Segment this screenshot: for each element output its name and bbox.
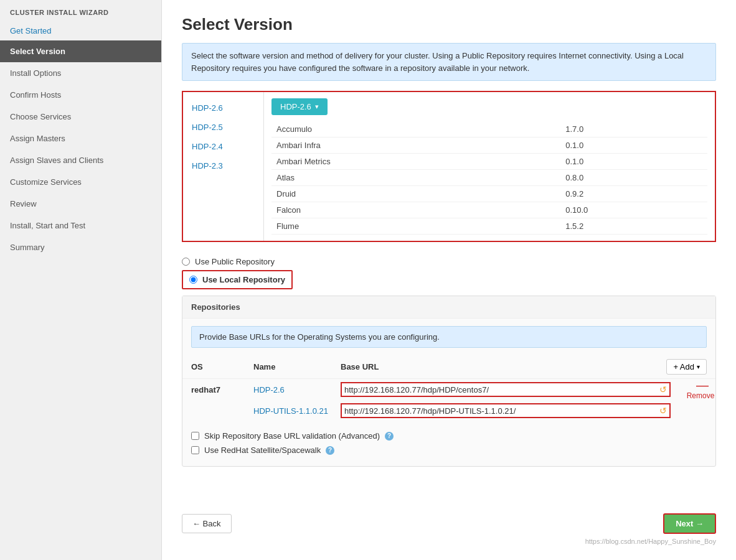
repo-os: redhat7 bbox=[191, 385, 253, 394]
skip-validation-label[interactable]: Skip Repository Base URL validation (Adv… bbox=[204, 431, 380, 441]
skip-validation-row: Skip Repository Base URL validation (Adv… bbox=[191, 429, 707, 443]
component-name: Accumulo bbox=[271, 121, 560, 138]
version-item-hdp23[interactable]: HDP-2.3 bbox=[183, 156, 263, 175]
add-button[interactable]: + Add bbox=[666, 359, 707, 375]
repo-url-input-2[interactable] bbox=[344, 406, 657, 416]
next-button[interactable]: Next → bbox=[663, 513, 716, 534]
repo-name-2: HDP-UTILS-1.1.0.21 bbox=[253, 406, 341, 416]
repo-entry-2: HDP-UTILS-1.1.0.21 ↺ bbox=[182, 400, 679, 421]
repositories-header: Repositories bbox=[182, 296, 715, 319]
component-name: Ambari Infra bbox=[271, 138, 560, 154]
page-title: Select Version bbox=[182, 15, 716, 34]
component-name: Falcon bbox=[271, 202, 560, 218]
skip-validation-checkbox[interactable] bbox=[191, 432, 199, 440]
radio-public-label[interactable]: Use Public Repository bbox=[195, 257, 275, 266]
version-item-hdp25[interactable]: HDP-2.5 bbox=[183, 118, 263, 137]
radio-local-row: Use Local Repository bbox=[182, 270, 293, 289]
sidebar-item-choose-services[interactable]: Choose Services bbox=[0, 106, 161, 128]
use-redhat-checkbox[interactable] bbox=[191, 446, 199, 454]
sidebar-item-assign-slaves[interactable]: Assign Slaves and Clients bbox=[0, 149, 161, 171]
component-version: 1.7.0 bbox=[560, 121, 707, 138]
remove-button-icon[interactable]: — bbox=[696, 379, 709, 391]
component-table: Accumulo1.7.0Ambari Infra0.1.0Ambari Met… bbox=[271, 121, 707, 235]
use-redhat-help-icon[interactable]: ? bbox=[326, 446, 334, 455]
version-item-hdp26[interactable]: HDP-2.6 bbox=[183, 98, 263, 118]
sidebar: CLUSTER INSTALL WIZARD Get Started Selec… bbox=[0, 0, 162, 560]
sidebar-item-select-version[interactable]: Select Version bbox=[0, 40, 161, 62]
component-version: 0.8.0 bbox=[560, 170, 707, 186]
sidebar-title: CLUSTER INSTALL WIZARD bbox=[0, 0, 161, 21]
repo-row-redhat7: redhat7 HDP-2.6 ↺ HDP-UTILS-1.1.0.21 ↺ bbox=[182, 379, 715, 421]
remove-col: — Remove bbox=[684, 379, 715, 421]
col-name-header: Name bbox=[253, 362, 341, 371]
version-dropdown-button[interactable]: HDP-2.6 bbox=[271, 98, 328, 115]
repo-url-input-1[interactable] bbox=[344, 385, 657, 394]
version-item-hdp24[interactable]: HDP-2.4 bbox=[183, 137, 263, 156]
version-selection-box: HDP-2.6 HDP-2.5 HDP-2.4 HDP-2.3 HDP-2.6 … bbox=[182, 91, 716, 242]
repo-info-box: Provide Base URLs for the Operating Syst… bbox=[191, 326, 707, 348]
info-box: Select the software version and method o… bbox=[182, 43, 716, 81]
col-url-header: Base URL bbox=[341, 362, 666, 371]
table-row: Ambari Metrics0.1.0 bbox=[271, 154, 707, 170]
sidebar-item-install-options[interactable]: Install Options bbox=[0, 62, 161, 84]
sidebar-item-install-start-test[interactable]: Install, Start and Test bbox=[0, 215, 161, 236]
checkbox-section: Skip Repository Base URL validation (Adv… bbox=[182, 426, 715, 460]
component-version: 0.1.0 bbox=[560, 138, 707, 154]
component-version: 1.5.2 bbox=[560, 218, 707, 235]
component-scroll-area[interactable]: Accumulo1.7.0Ambari Infra0.1.0Ambari Met… bbox=[271, 121, 707, 235]
repo-entry-1: redhat7 HDP-2.6 ↺ bbox=[182, 379, 679, 400]
repositories-section: Repositories Provide Base URLs for the O… bbox=[182, 296, 716, 467]
sidebar-item-customize-services[interactable]: Customize Services bbox=[0, 171, 161, 193]
repo-name-1: HDP-2.6 bbox=[253, 385, 341, 394]
sidebar-item-assign-masters[interactable]: Assign Masters bbox=[0, 128, 161, 149]
component-version: 0.9.2 bbox=[560, 186, 707, 202]
table-row: Druid0.9.2 bbox=[271, 186, 707, 202]
version-detail: HDP-2.6 Accumulo1.7.0Ambari Infra0.1.0Am… bbox=[264, 92, 715, 241]
remove-button-label[interactable]: Remove bbox=[687, 391, 715, 400]
use-redhat-row: Use RedHat Satellite/Spacewalk ? bbox=[191, 443, 707, 457]
skip-validation-help-icon[interactable]: ? bbox=[385, 432, 394, 441]
radio-local-input[interactable] bbox=[189, 276, 197, 284]
repo-url-box-2: ↺ bbox=[341, 403, 671, 418]
sidebar-item-summary[interactable]: Summary bbox=[0, 236, 161, 258]
radio-local-label[interactable]: Use Local Repository bbox=[202, 275, 285, 284]
table-row: Accumulo1.7.0 bbox=[271, 121, 707, 138]
radio-section: Use Public Repository Use Local Reposito… bbox=[182, 253, 716, 289]
component-version: 0.1.0 bbox=[560, 154, 707, 170]
refresh-icon-1[interactable]: ↺ bbox=[659, 385, 667, 394]
repo-cols: OS Name Base URL bbox=[191, 362, 666, 371]
table-row: Atlas0.8.0 bbox=[271, 170, 707, 186]
back-button[interactable]: ← Back bbox=[182, 514, 232, 533]
table-row: Falcon0.10.0 bbox=[271, 202, 707, 218]
sidebar-item-review[interactable]: Review bbox=[0, 193, 161, 215]
bottom-bar: ← Back Next → bbox=[182, 506, 716, 534]
watermark: https://blog.csdn.net/Happy_Sunshine_Boy bbox=[182, 534, 716, 545]
repo-table-header: OS Name Base URL + Add bbox=[182, 355, 715, 379]
component-name: Druid bbox=[271, 186, 560, 202]
use-redhat-label[interactable]: Use RedHat Satellite/Spacewalk bbox=[204, 446, 321, 455]
table-row: Flume1.5.2 bbox=[271, 218, 707, 235]
component-name: Atlas bbox=[271, 170, 560, 186]
radio-public-input[interactable] bbox=[182, 258, 190, 266]
sidebar-get-started[interactable]: Get Started bbox=[0, 21, 161, 40]
table-row: Ambari Infra0.1.0 bbox=[271, 138, 707, 154]
col-os-header: OS bbox=[191, 362, 253, 371]
version-list: HDP-2.6 HDP-2.5 HDP-2.4 HDP-2.3 bbox=[183, 92, 264, 241]
repo-url-box-1: ↺ bbox=[341, 382, 671, 397]
refresh-icon-2[interactable]: ↺ bbox=[659, 406, 667, 416]
main-content: Select Version Select the software versi… bbox=[162, 0, 736, 560]
radio-public-row: Use Public Repository bbox=[182, 253, 716, 270]
component-name: Flume bbox=[271, 218, 560, 235]
sidebar-item-confirm-hosts[interactable]: Confirm Hosts bbox=[0, 84, 161, 106]
component-version: 0.10.0 bbox=[560, 202, 707, 218]
component-name: Ambari Metrics bbox=[271, 154, 560, 170]
repo-left: redhat7 HDP-2.6 ↺ HDP-UTILS-1.1.0.21 ↺ bbox=[182, 379, 679, 421]
